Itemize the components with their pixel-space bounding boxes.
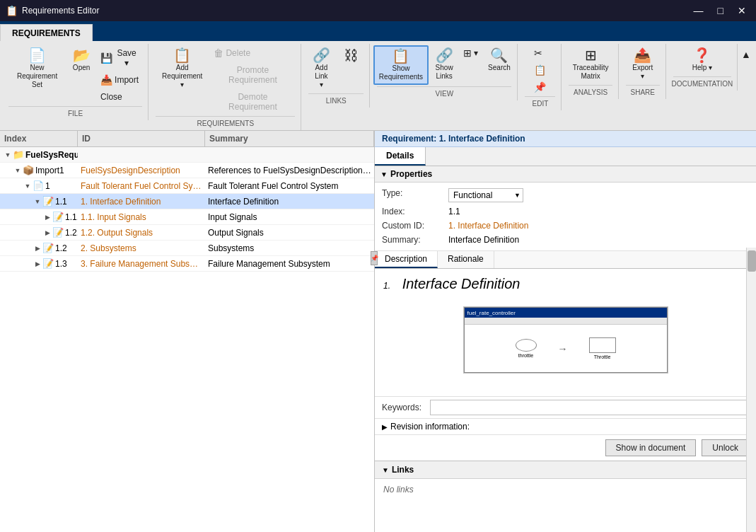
traceability-matrix-button[interactable]: ⊞ TraceabilityMatrix <box>568 45 614 83</box>
new-icon: 📄 <box>28 48 46 62</box>
add-requirement-button[interactable]: 📋 AddRequirement ▾ <box>156 45 209 92</box>
properties-section: ▼ Properties Type: Functional Non-Functi… <box>375 166 756 250</box>
close-req-button[interactable]: Close <box>97 89 142 105</box>
summary-value: Interface Definition <box>446 233 749 246</box>
tree-row-subsystems[interactable]: ▶ 📝 1.2 2. Subsystems Subsystems <box>0 241 374 256</box>
folder-icon: 📁 <box>13 149 24 161</box>
export-button[interactable]: 📤 Export ▾ <box>626 45 660 83</box>
expand-1-1[interactable]: ▼ <box>33 197 42 207</box>
revision-arrow: ▶ <box>382 423 388 431</box>
details-tab-bar: Details <box>375 147 756 166</box>
properties-arrow: ▼ <box>380 170 388 178</box>
details-tab[interactable]: Details <box>375 147 426 166</box>
analysis-group-label: ANALYSIS <box>574 87 607 98</box>
cut-button[interactable]: ✂ <box>530 45 549 61</box>
tree-row-1[interactable]: ▼ 📄 1 Fault Tolerant Fuel Control System… <box>0 178 374 194</box>
expand-failure[interactable]: ▶ <box>33 259 42 269</box>
summary-label: Summary: <box>382 233 446 246</box>
type-value: Functional Non-Functional Design <box>446 187 749 204</box>
minimize-button[interactable]: — <box>690 4 708 18</box>
properties-section-header[interactable]: ▼ Properties <box>375 166 756 183</box>
app-title: Requirements Editor <box>22 6 99 16</box>
help-button[interactable]: ❓ Help ▾ <box>687 45 717 75</box>
link2-button[interactable]: ⛓ <box>337 45 365 66</box>
expand-subsystems[interactable]: ▶ <box>33 243 42 253</box>
link2-icon: ⛓ <box>344 48 358 62</box>
customid-label: Custom ID: <box>382 219 446 232</box>
open-button[interactable]: 📂 Open <box>67 45 95 75</box>
expand-input[interactable]: ▶ <box>42 212 52 222</box>
new-requirement-set-button[interactable]: 📄 NewRequirement Set <box>8 45 66 92</box>
rationale-tab[interactable]: Rationale <box>438 251 494 268</box>
open-icon: 📂 <box>73 48 91 62</box>
throttle-out-block: Throttle <box>589 337 616 359</box>
links-section-header[interactable]: ▼ Links <box>375 461 756 479</box>
import-button[interactable]: 📥 Import <box>97 72 142 88</box>
index-value: 1.1 <box>446 205 749 218</box>
tree-row-import1[interactable]: ▼ 📦 Import1 FuelSysDesignDescription Ref… <box>0 163 374 178</box>
desc-tab-bar: Description Rationale <box>375 251 756 269</box>
summary-column-header: Summary <box>205 131 374 146</box>
export-icon: 📤 <box>634 48 651 62</box>
ribbon-group-requirements: 📋 AddRequirement ▾ 🗑 Delete Promote Requ… <box>150 44 301 130</box>
collapse-ribbon-button[interactable]: ▲ <box>739 47 753 62</box>
documentation-group-label: DOCUMENTATION <box>671 79 733 89</box>
expand-output[interactable]: ▶ <box>42 228 52 238</box>
screenshot-inner: fuel_rate_controller throttle → <box>464 307 668 373</box>
tree-row-failure-mgmt[interactable]: ▶ 📝 1.3 3. Failure Management Subsystem … <box>0 256 374 272</box>
copy-button[interactable]: 📋 <box>530 62 549 78</box>
expand-1[interactable]: ▼ <box>23 181 33 191</box>
tree-row-1-1[interactable]: ▼ 📝 1.1 1. Interface Definition Interfac… <box>0 194 374 209</box>
right-panel-scrollbar[interactable]: ▼ <box>746 248 756 532</box>
details-content: ▼ Properties Type: Functional Non-Functi… <box>375 166 756 532</box>
expand-root[interactable]: ▼ <box>3 150 13 160</box>
tree-row-root[interactable]: ▼ 📁 FuelSysRequirements <box>0 147 374 163</box>
tree-row-output-signals[interactable]: ▶ 📝 1.2. 1.2. Output Signals Output Sign… <box>0 225 374 241</box>
expand-import1[interactable]: ▼ <box>13 166 23 175</box>
view-options-button[interactable]: ⊞ ▾ <box>460 45 482 61</box>
show-in-document-button[interactable]: Show in document <box>605 439 697 456</box>
type-select[interactable]: Functional Non-Functional Design <box>448 188 523 202</box>
requirements-tab[interactable]: REQUIREMENTS <box>0 24 93 41</box>
index-label: Index: <box>382 205 446 218</box>
show-requirements-button[interactable]: 📋 ShowRequirements <box>373 45 429 85</box>
keywords-row: Keywords: <box>375 396 756 418</box>
import-icon: 📥 <box>100 75 112 85</box>
matrix-icon: ⊞ <box>585 48 597 62</box>
keywords-input[interactable] <box>430 400 749 415</box>
add-link-button[interactable]: 🔗 AddLink ▾ <box>307 45 335 92</box>
no-links-text: No links <box>383 485 414 495</box>
properties-label: Properties <box>390 169 432 179</box>
description-tab[interactable]: Description <box>375 251 438 268</box>
promote-requirement-button[interactable]: Promote Requirement <box>210 62 295 88</box>
screenshot-titlebar: fuel_rate_controller <box>465 308 667 318</box>
file-group-label: FILE <box>68 108 83 119</box>
revision-header[interactable]: ▶ Revision information: <box>375 418 756 434</box>
properties-grid: Type: Functional Non-Functional Design I… <box>375 183 756 250</box>
model-screenshot: fuel_rate_controller throttle → <box>463 306 668 374</box>
demote-requirement-button[interactable]: Demote Requirement <box>210 89 295 115</box>
delete-icon: 🗑 <box>214 48 223 58</box>
ribbon-group-share: 📤 Export ▾ SHARE <box>620 44 666 99</box>
main-area: Index ID Summary ▼ 📁 FuelSysRequirements… <box>0 131 756 532</box>
unlock-button[interactable]: Unlock <box>702 439 749 456</box>
cut-icon: ✂ <box>534 48 542 58</box>
search-button[interactable]: 🔍 Search <box>483 45 516 75</box>
action-buttons: Show in document Unlock <box>375 434 756 461</box>
paste-button[interactable]: 📌 <box>530 79 549 95</box>
tree-row-input-signals[interactable]: ▶ 📝 1.1. 1.1. Input Signals Input Signal… <box>0 209 374 225</box>
panel-pin-button[interactable]: 📌 <box>371 251 378 265</box>
add-link-icon: 🔗 <box>313 48 330 62</box>
links-arrow: ▼ <box>382 466 389 474</box>
grid-icon: ⊞ <box>463 48 472 58</box>
screenshot-toolbar <box>465 318 667 325</box>
req-item-icon: 📝 <box>42 196 54 207</box>
delete-button[interactable]: 🗑 Delete <box>210 45 295 61</box>
save-button[interactable]: 💾 Save ▾ <box>97 45 142 71</box>
show-links-button[interactable]: 🔗 ShowLinks <box>430 45 458 83</box>
maximize-button[interactable]: □ <box>714 4 728 18</box>
type-select-wrapper: Functional Non-Functional Design <box>448 188 523 202</box>
close-button[interactable]: ✕ <box>733 4 750 18</box>
revision-label: Revision information: <box>390 422 470 432</box>
throttle-block: throttle <box>516 339 537 358</box>
